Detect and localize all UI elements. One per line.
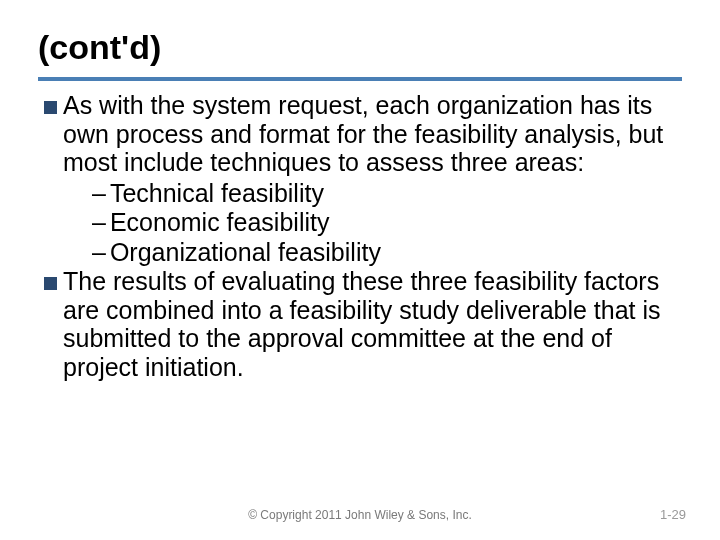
- dash-icon: –: [92, 238, 106, 268]
- sub-bullet-text: Technical feasibility: [110, 179, 324, 209]
- square-bullet-icon: [44, 101, 57, 114]
- dash-icon: –: [92, 179, 106, 209]
- sub-bullet-list: – Technical feasibility – Economic feasi…: [44, 179, 682, 268]
- slide-content: As with the system request, each organiz…: [38, 91, 682, 381]
- slide-title: (cont'd): [38, 28, 682, 67]
- slide: (cont'd) As with the system request, eac…: [0, 0, 720, 540]
- bullet-item: As with the system request, each organiz…: [44, 91, 682, 177]
- dash-icon: –: [92, 208, 106, 238]
- bullet-text: The results of evaluating these three fe…: [63, 267, 682, 381]
- sub-bullet-text: Economic feasibility: [110, 208, 330, 238]
- square-bullet-icon: [44, 277, 57, 290]
- page-number: 1-29: [660, 507, 686, 522]
- title-divider: [38, 77, 682, 81]
- sub-bullet-item: – Organizational feasibility: [92, 238, 682, 268]
- bullet-text: As with the system request, each organiz…: [63, 91, 682, 177]
- sub-bullet-text: Organizational feasibility: [110, 238, 381, 268]
- copyright-text: © Copyright 2011 John Wiley & Sons, Inc.: [248, 508, 472, 522]
- sub-bullet-item: – Economic feasibility: [92, 208, 682, 238]
- bullet-item: The results of evaluating these three fe…: [44, 267, 682, 381]
- slide-footer: © Copyright 2011 John Wiley & Sons, Inc.: [0, 508, 720, 522]
- sub-bullet-item: – Technical feasibility: [92, 179, 682, 209]
